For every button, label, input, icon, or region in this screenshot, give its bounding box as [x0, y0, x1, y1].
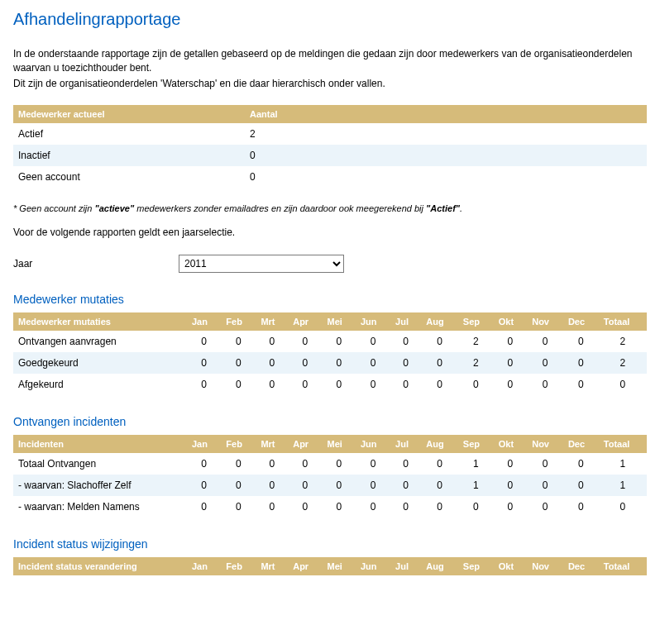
row-value: 0 [322, 475, 355, 496]
row-value: 0 [256, 496, 288, 518]
footnote: * Geen account zijn "actieve" medewerker… [13, 203, 647, 215]
col-mei: Mei [322, 435, 355, 453]
col-jun: Jun [356, 557, 390, 575]
row-label: Afgekeurd [13, 374, 187, 395]
col-header-label: Incidenten [13, 435, 187, 453]
footnote-quoted-2: "Actief" [426, 203, 460, 213]
row-value: 0 [245, 145, 647, 166]
col-nov: Nov [527, 435, 563, 453]
row-value: 0 [187, 374, 221, 395]
row-value: 0 [221, 352, 256, 374]
row-value: 0 [187, 331, 221, 352]
row-value: 1 [599, 475, 647, 496]
row-value: 0 [527, 496, 563, 518]
col-apr: Apr [288, 557, 322, 575]
month-header-row: Incident status verandering Jan Feb Mrt … [13, 557, 647, 575]
table-row: Actief 2 [13, 123, 647, 145]
col-jun: Jun [356, 312, 390, 331]
year-intro: Voor de volgende rapporten geldt een jaa… [13, 226, 647, 240]
row-value: 0 [563, 374, 599, 395]
row-value: 0 [390, 352, 421, 374]
col-jul: Jul [390, 435, 421, 453]
row-value: 0 [221, 453, 256, 475]
footnote-end: . [460, 203, 462, 213]
row-value: 0 [187, 475, 221, 496]
row-value: 0 [221, 331, 256, 352]
col-sep: Sep [458, 435, 494, 453]
row-value: 0 [322, 496, 355, 518]
col-jan: Jan [187, 557, 221, 575]
month-header-row: Incidenten Jan Feb Mrt Apr Mei Jun Jul A… [13, 435, 647, 453]
col-jan: Jan [187, 312, 221, 331]
row-value: 0 [187, 352, 221, 374]
row-value: 0 [527, 453, 563, 475]
row-value: 0 [356, 331, 390, 352]
row-value: 2 [599, 352, 647, 374]
row-value: 0 [494, 374, 527, 395]
row-label: Totaal Ontvangen [13, 453, 187, 475]
row-value: 0 [390, 331, 421, 352]
row-value: 0 [322, 453, 355, 475]
col-feb: Feb [221, 557, 256, 575]
row-value: 0 [187, 496, 221, 518]
row-value: 0 [356, 496, 390, 518]
row-label: Actief [13, 123, 245, 145]
row-label: - waarvan: Slachoffer Zelf [13, 475, 187, 496]
table-mutaties: Medewerker mutaties Jan Feb Mrt Apr Mei … [13, 312, 647, 395]
table-row: Goedgekeurd0000000020002 [13, 352, 647, 374]
row-value: 0 [494, 352, 527, 374]
row-value: 0 [288, 374, 322, 395]
intro-block: In de onderstaande rapportage zijn de ge… [13, 47, 647, 90]
col-nov: Nov [527, 312, 563, 331]
row-label: Ontvangen aanvragen [13, 331, 187, 352]
row-value: 0 [256, 475, 288, 496]
row-value: 0 [527, 475, 563, 496]
row-value: 0 [322, 374, 355, 395]
row-value: 1 [458, 453, 494, 475]
row-value: 0 [256, 352, 288, 374]
row-value: 0 [288, 453, 322, 475]
row-label: - waarvan: Melden Namens [13, 496, 187, 518]
col-totaal: Totaal [599, 557, 647, 575]
footnote-quoted: "actieve" [94, 203, 134, 213]
row-value: 0 [288, 496, 322, 518]
page-title: Afhandelingrapportage [13, 10, 647, 29]
row-value: 0 [421, 496, 458, 518]
row-value: 0 [563, 331, 599, 352]
row-label: Geen account [13, 166, 245, 188]
col-mrt: Mrt [256, 557, 288, 575]
row-value: 0 [256, 374, 288, 395]
table-row: - waarvan: Melden Namens0000000000000 [13, 496, 647, 518]
col-dec: Dec [563, 312, 599, 331]
row-value: 0 [494, 331, 527, 352]
row-value: 0 [221, 496, 256, 518]
row-value: 0 [421, 331, 458, 352]
table-row: Afgekeurd0000000000000 [13, 374, 647, 395]
col-aug: Aug [421, 435, 458, 453]
col-totaal: Totaal [599, 312, 647, 331]
col-jul: Jul [390, 312, 421, 331]
table-row: Totaal Ontvangen0000000010001 [13, 453, 647, 475]
year-select[interactable]: 2011 [179, 255, 344, 273]
col-mei: Mei [322, 557, 355, 575]
table-incidenten: Incidenten Jan Feb Mrt Apr Mei Jun Jul A… [13, 435, 647, 518]
row-value: 2 [458, 331, 494, 352]
intro-line-2: Dit zijn de organisatieonderdelen 'Water… [13, 77, 647, 91]
col-header-label: Incident status verandering [13, 557, 187, 575]
row-value: 0 [221, 374, 256, 395]
row-value: 0 [256, 453, 288, 475]
row-value: 0 [390, 496, 421, 518]
row-value: 0 [527, 352, 563, 374]
table-row: Geen account 0 [13, 166, 647, 188]
row-value: 0 [187, 453, 221, 475]
col-sep: Sep [458, 557, 494, 575]
row-value: 0 [421, 453, 458, 475]
col-feb: Feb [221, 435, 256, 453]
row-label: Inactief [13, 145, 245, 166]
col-header-label: Medewerker actueel [13, 105, 245, 123]
table-row: Ontvangen aanvragen0000000020002 [13, 331, 647, 352]
month-header-row: Medewerker mutaties Jan Feb Mrt Apr Mei … [13, 312, 647, 331]
col-aug: Aug [421, 312, 458, 331]
year-selector-row: Jaar 2011 [13, 255, 647, 273]
row-value: 0 [563, 496, 599, 518]
